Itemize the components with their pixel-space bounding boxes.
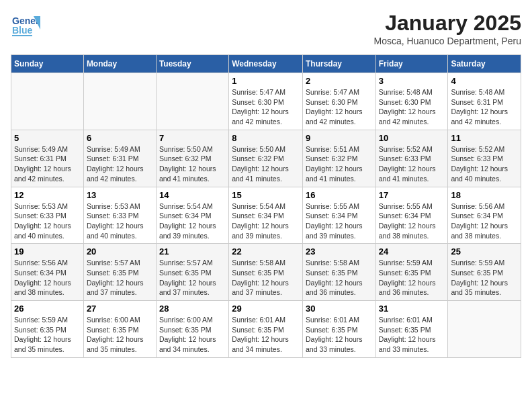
day-info: Sunrise: 6:01 AM Sunset: 6:35 PM Dayligh… xyxy=(232,315,300,355)
day-info: Sunrise: 6:01 AM Sunset: 6:35 PM Dayligh… xyxy=(306,315,373,355)
day-number: 24 xyxy=(379,246,445,257)
day-info: Sunrise: 5:52 AM Sunset: 6:33 PM Dayligh… xyxy=(451,144,518,184)
calendar-day: 21Sunrise: 5:57 AM Sunset: 6:35 PM Dayli… xyxy=(156,244,228,301)
day-number: 27 xyxy=(87,304,153,314)
day-number: 18 xyxy=(451,190,518,200)
dow-header: Thursday xyxy=(302,55,375,73)
day-number: 3 xyxy=(379,76,445,86)
day-number: 12 xyxy=(14,190,81,200)
day-info: Sunrise: 5:58 AM Sunset: 6:35 PM Dayligh… xyxy=(232,258,300,298)
day-info: Sunrise: 5:55 AM Sunset: 6:34 PM Dayligh… xyxy=(379,201,445,241)
calendar-title: January 2025 xyxy=(374,11,521,36)
day-info: Sunrise: 5:50 AM Sunset: 6:32 PM Dayligh… xyxy=(232,144,300,184)
logo: General Blue xyxy=(11,11,40,40)
calendar-day: 25Sunrise: 5:59 AM Sunset: 6:35 PM Dayli… xyxy=(448,244,521,301)
calendar-day: 5Sunrise: 5:49 AM Sunset: 6:31 PM Daylig… xyxy=(11,130,84,187)
day-number: 21 xyxy=(159,246,226,257)
day-info: Sunrise: 5:55 AM Sunset: 6:34 PM Dayligh… xyxy=(306,201,373,241)
calendar-day: 11Sunrise: 5:52 AM Sunset: 6:33 PM Dayli… xyxy=(448,130,521,187)
calendar-day: 26Sunrise: 5:59 AM Sunset: 6:35 PM Dayli… xyxy=(11,301,84,358)
calendar-week-row: 19Sunrise: 5:56 AM Sunset: 6:34 PM Dayli… xyxy=(11,244,521,301)
calendar-day: 29Sunrise: 6:01 AM Sunset: 6:35 PM Dayli… xyxy=(229,301,303,358)
day-number: 20 xyxy=(87,246,153,257)
calendar-day: 2Sunrise: 5:47 AM Sunset: 6:30 PM Daylig… xyxy=(302,73,375,130)
calendar-body: 1Sunrise: 5:47 AM Sunset: 6:30 PM Daylig… xyxy=(11,73,521,358)
logo-icon: General Blue xyxy=(11,11,40,40)
calendar-day: 17Sunrise: 5:55 AM Sunset: 6:34 PM Dayli… xyxy=(375,187,448,244)
calendar-day: 24Sunrise: 5:59 AM Sunset: 6:35 PM Dayli… xyxy=(375,244,448,301)
day-number: 1 xyxy=(232,76,300,86)
day-number: 31 xyxy=(379,304,445,314)
day-info: Sunrise: 5:56 AM Sunset: 6:34 PM Dayligh… xyxy=(14,258,81,298)
day-number: 10 xyxy=(379,133,445,143)
day-info: Sunrise: 5:53 AM Sunset: 6:33 PM Dayligh… xyxy=(87,201,153,241)
calendar-day: 27Sunrise: 6:00 AM Sunset: 6:35 PM Dayli… xyxy=(83,301,156,358)
day-number: 26 xyxy=(14,304,81,314)
dow-header: Wednesday xyxy=(229,55,303,73)
day-info: Sunrise: 5:53 AM Sunset: 6:33 PM Dayligh… xyxy=(14,201,81,241)
dow-header: Sunday xyxy=(11,55,84,73)
dow-header: Saturday xyxy=(448,55,521,73)
calendar-day: 4Sunrise: 5:48 AM Sunset: 6:31 PM Daylig… xyxy=(448,73,521,130)
calendar-week-row: 5Sunrise: 5:49 AM Sunset: 6:31 PM Daylig… xyxy=(11,130,521,187)
calendar-day: 20Sunrise: 5:57 AM Sunset: 6:35 PM Dayli… xyxy=(83,244,156,301)
day-info: Sunrise: 5:49 AM Sunset: 6:31 PM Dayligh… xyxy=(14,144,81,184)
calendar-day xyxy=(156,73,228,130)
calendar-day: 9Sunrise: 5:51 AM Sunset: 6:32 PM Daylig… xyxy=(302,130,375,187)
day-info: Sunrise: 6:00 AM Sunset: 6:35 PM Dayligh… xyxy=(159,315,226,355)
day-number: 11 xyxy=(451,133,518,143)
day-number: 22 xyxy=(232,246,300,257)
calendar-day: 31Sunrise: 6:01 AM Sunset: 6:35 PM Dayli… xyxy=(375,301,448,358)
day-info: Sunrise: 5:48 AM Sunset: 6:30 PM Dayligh… xyxy=(379,87,445,127)
day-number: 5 xyxy=(14,133,81,143)
day-number: 19 xyxy=(14,246,81,257)
calendar-day: 30Sunrise: 6:01 AM Sunset: 6:35 PM Dayli… xyxy=(302,301,375,358)
calendar-table: SundayMondayTuesdayWednesdayThursdayFrid… xyxy=(11,54,521,358)
svg-text:Blue: Blue xyxy=(12,25,33,36)
calendar-day: 8Sunrise: 5:50 AM Sunset: 6:32 PM Daylig… xyxy=(229,130,303,187)
day-number: 17 xyxy=(379,190,445,200)
calendar-week-row: 26Sunrise: 5:59 AM Sunset: 6:35 PM Dayli… xyxy=(11,301,521,358)
calendar-day: 23Sunrise: 5:58 AM Sunset: 6:35 PM Dayli… xyxy=(302,244,375,301)
day-info: Sunrise: 5:58 AM Sunset: 6:35 PM Dayligh… xyxy=(306,258,373,298)
day-info: Sunrise: 5:59 AM Sunset: 6:35 PM Dayligh… xyxy=(451,258,518,298)
day-info: Sunrise: 5:59 AM Sunset: 6:35 PM Dayligh… xyxy=(379,258,445,298)
day-number: 8 xyxy=(232,133,300,143)
calendar-day xyxy=(448,301,521,358)
day-number: 16 xyxy=(306,190,373,200)
day-info: Sunrise: 5:52 AM Sunset: 6:33 PM Dayligh… xyxy=(379,144,445,184)
day-info: Sunrise: 5:57 AM Sunset: 6:35 PM Dayligh… xyxy=(159,258,226,298)
calendar-day: 7Sunrise: 5:50 AM Sunset: 6:32 PM Daylig… xyxy=(156,130,228,187)
day-number: 7 xyxy=(159,133,226,143)
calendar-day: 28Sunrise: 6:00 AM Sunset: 6:35 PM Dayli… xyxy=(156,301,228,358)
day-number: 25 xyxy=(451,246,518,257)
day-info: Sunrise: 5:47 AM Sunset: 6:30 PM Dayligh… xyxy=(306,87,373,127)
calendar-day xyxy=(83,73,156,130)
calendar-day: 6Sunrise: 5:49 AM Sunset: 6:31 PM Daylig… xyxy=(83,130,156,187)
day-info: Sunrise: 5:47 AM Sunset: 6:30 PM Dayligh… xyxy=(232,87,300,127)
day-info: Sunrise: 6:01 AM Sunset: 6:35 PM Dayligh… xyxy=(379,315,445,355)
title-area: January 2025 Mosca, Huanuco Department, … xyxy=(374,11,521,46)
day-info: Sunrise: 5:57 AM Sunset: 6:35 PM Dayligh… xyxy=(87,258,153,298)
calendar-day: 13Sunrise: 5:53 AM Sunset: 6:33 PM Dayli… xyxy=(83,187,156,244)
day-info: Sunrise: 5:49 AM Sunset: 6:31 PM Dayligh… xyxy=(87,144,153,184)
day-info: Sunrise: 5:50 AM Sunset: 6:32 PM Dayligh… xyxy=(159,144,226,184)
day-number: 13 xyxy=(87,190,153,200)
dow-header: Monday xyxy=(83,55,156,73)
calendar-day: 16Sunrise: 5:55 AM Sunset: 6:34 PM Dayli… xyxy=(302,187,375,244)
day-info: Sunrise: 5:56 AM Sunset: 6:34 PM Dayligh… xyxy=(451,201,518,241)
calendar-day: 15Sunrise: 5:54 AM Sunset: 6:34 PM Dayli… xyxy=(229,187,303,244)
calendar-day: 18Sunrise: 5:56 AM Sunset: 6:34 PM Dayli… xyxy=(448,187,521,244)
day-number: 29 xyxy=(232,304,300,314)
day-number: 9 xyxy=(306,133,373,143)
calendar-day: 3Sunrise: 5:48 AM Sunset: 6:30 PM Daylig… xyxy=(375,73,448,130)
day-number: 15 xyxy=(232,190,300,200)
calendar-subtitle: Mosca, Huanuco Department, Peru xyxy=(374,36,521,46)
calendar-day: 10Sunrise: 5:52 AM Sunset: 6:33 PM Dayli… xyxy=(375,130,448,187)
day-info: Sunrise: 5:54 AM Sunset: 6:34 PM Dayligh… xyxy=(232,201,300,241)
day-number: 4 xyxy=(451,76,518,86)
day-info: Sunrise: 5:48 AM Sunset: 6:31 PM Dayligh… xyxy=(451,87,518,127)
day-info: Sunrise: 5:54 AM Sunset: 6:34 PM Dayligh… xyxy=(159,201,226,241)
day-number: 14 xyxy=(159,190,226,200)
day-number: 28 xyxy=(159,304,226,314)
